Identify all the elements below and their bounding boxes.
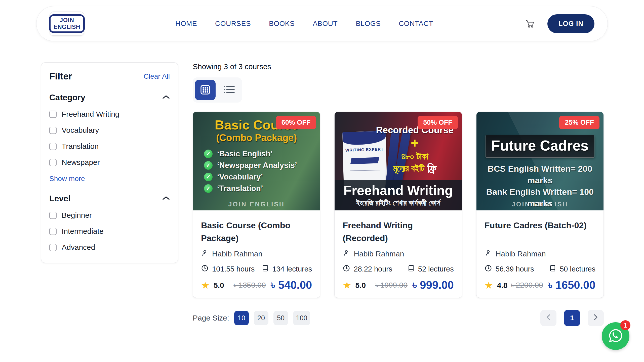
course-thumbnail: 50% OFF WRITING EXPERT xyxy=(335,112,462,210)
course-hours: 56.39 hours xyxy=(496,265,534,273)
checkbox-translation[interactable] xyxy=(49,143,57,150)
grid-view-button[interactable] xyxy=(195,80,216,100)
logo[interactable]: JOIN ENGLISH xyxy=(50,12,84,36)
checkbox-freehand-writing[interactable] xyxy=(49,111,57,118)
thumb-line: BCS English Written= 200 marks xyxy=(476,163,603,186)
option-label: Newspaper xyxy=(62,158,100,167)
thumb-heading: Future Cadres xyxy=(486,137,594,154)
checkbox-vocabulary[interactable] xyxy=(49,127,57,134)
logo-text-line1: JOIN xyxy=(54,17,80,24)
list-view-button[interactable] xyxy=(219,80,240,100)
thumb-title-bar: Future Cadres xyxy=(486,135,594,158)
level-title: Level xyxy=(49,194,70,203)
category-title: Category xyxy=(49,93,85,102)
whatsapp-unread-badge: 1 xyxy=(620,320,630,330)
feature-item: ‘Translation’ xyxy=(217,184,263,193)
next-page-button[interactable] xyxy=(588,310,604,326)
book-icon xyxy=(408,264,415,274)
list-footer: Page Size: 10 20 50 100 1 xyxy=(193,310,604,326)
course-card-future-cadres[interactable]: 25% OFF Future Cadres BCS English Writte… xyxy=(476,112,604,298)
thumb-subheading: (Combo Package) xyxy=(216,132,297,143)
main-nav: HOME COURSES BOOKS ABOUT BLOGS CONTACT xyxy=(84,20,524,28)
instructor-name: Habib Rahman xyxy=(354,250,404,258)
page-size-10[interactable]: 10 xyxy=(234,311,249,325)
clock-icon xyxy=(343,264,350,274)
category-section-header[interactable]: Category xyxy=(49,93,170,102)
chevron-up-icon xyxy=(162,196,170,201)
header-right: LOG IN xyxy=(524,14,594,33)
discount-badge: 25% OFF xyxy=(559,116,599,129)
checkbox-intermediate[interactable] xyxy=(49,228,57,235)
cart-button[interactable] xyxy=(524,17,536,30)
instructor-row: Habib Rahman xyxy=(485,249,595,258)
page-size-50[interactable]: 50 xyxy=(273,311,288,325)
instructor-name: Habib Rahman xyxy=(212,250,262,258)
content-layout: Filter Clear All Category Freehand Writi… xyxy=(41,62,604,326)
nav-contact[interactable]: CONTACT xyxy=(399,20,433,28)
prev-page-button[interactable] xyxy=(540,310,556,326)
page: JOIN ENGLISH HOME COURSES BOOKS ABOUT BL… xyxy=(0,0,644,362)
meta-row: 28.22 hours 52 lectures xyxy=(343,264,454,274)
nav-blogs[interactable]: BLOGS xyxy=(356,20,381,28)
course-card-freehand-writing[interactable]: 50% OFF WRITING EXPERT xyxy=(334,112,462,298)
checkbox-newspaper[interactable] xyxy=(49,159,57,166)
login-button[interactable]: LOG IN xyxy=(547,14,594,33)
logo-text-line2: ENGLISH xyxy=(54,24,80,30)
show-more-link[interactable]: Show more xyxy=(49,175,85,183)
check-icon: ✓ xyxy=(204,161,213,170)
level-section-header[interactable]: Level xyxy=(49,194,170,203)
filter-title: Filter xyxy=(49,71,72,82)
check-icon: ✓ xyxy=(204,150,213,158)
clock-icon xyxy=(201,264,209,274)
course-title[interactable]: Future Cadres (Batch-02) xyxy=(485,219,595,245)
view-toggle xyxy=(193,77,242,103)
filter-section-category: Category Freehand Writing Vocabulary Tra… xyxy=(49,93,170,183)
brand-watermark: JOIN ENGLISH xyxy=(193,201,320,208)
filter-option-vocabulary: Vocabulary xyxy=(49,126,170,134)
course-title[interactable]: Basic Course (Combo Package) xyxy=(201,219,312,245)
header: JOIN ENGLISH HOME COURSES BOOKS ABOUT BL… xyxy=(36,6,608,41)
star-icon: ★ xyxy=(201,281,210,290)
option-label: Translation xyxy=(62,142,99,151)
checkbox-advanced[interactable] xyxy=(49,244,57,251)
filter-option-advanced: Advanced xyxy=(49,243,170,252)
nav-about[interactable]: ABOUT xyxy=(313,20,338,28)
nav-courses[interactable]: COURSES xyxy=(215,20,251,28)
course-rating: 5.0 xyxy=(214,281,224,290)
course-thumbnail: 60% OFF Basic Course (Combo Package) ✓‘B… xyxy=(193,112,320,210)
nav-books[interactable]: BOOKS xyxy=(269,20,295,28)
checkbox-beginner[interactable] xyxy=(49,212,57,219)
page-size-100[interactable]: 100 xyxy=(293,311,310,325)
whatsapp-icon xyxy=(607,327,624,345)
brand-watermark: JOIN ENGLISH xyxy=(476,201,603,208)
course-title[interactable]: Freehand Writing (Recorded) xyxy=(343,219,454,245)
feature-item: ‘Newspaper Analysis’ xyxy=(217,161,297,170)
discount-badge: 60% OFF xyxy=(276,116,316,129)
page-size-label: Page Size: xyxy=(193,314,229,322)
check-icon: ✓ xyxy=(204,184,213,193)
filter-section-level: Level Beginner Intermediate Advanced xyxy=(49,194,170,252)
current-price: ৳ 540.00 xyxy=(271,279,312,292)
option-label: Advanced xyxy=(62,243,95,252)
nav-home[interactable]: HOME xyxy=(175,20,197,28)
whatsapp-button[interactable]: 1 xyxy=(602,322,629,350)
filter-option-translation: Translation xyxy=(49,142,170,151)
filter-option-freehand-writing: Freehand Writing xyxy=(49,110,170,118)
book-icon xyxy=(549,264,556,274)
course-card-body: Freehand Writing (Recorded) Habib Rahman… xyxy=(335,210,462,298)
thumb-feature-list: ✓‘Basic English’ ✓‘Newspaper Analysis’ ✓… xyxy=(193,147,297,193)
course-card-body: Future Cadres (Batch-02) Habib Rahman 56… xyxy=(476,210,603,298)
feature-item: ‘Basic English’ xyxy=(217,149,273,158)
course-lectures: 50 lectures xyxy=(560,265,595,273)
clear-all-link[interactable]: Clear All xyxy=(144,72,170,80)
chevron-right-icon xyxy=(593,314,598,322)
page-1-button[interactable]: 1 xyxy=(564,310,580,326)
price-row: ★ 4.8 ৳ 2200.00 ৳ 1650.00 xyxy=(485,279,595,292)
course-card-basic-course[interactable]: 60% OFF Basic Course (Combo Package) ✓‘B… xyxy=(193,112,320,298)
chevron-left-icon xyxy=(546,314,551,322)
course-hours: 101.55 hours xyxy=(212,265,255,273)
page-size-20[interactable]: 20 xyxy=(254,311,268,325)
feature-item: ‘Vocabulary’ xyxy=(217,172,263,182)
filter-option-intermediate: Intermediate xyxy=(49,227,170,236)
course-rating: 4.8 xyxy=(497,281,508,290)
